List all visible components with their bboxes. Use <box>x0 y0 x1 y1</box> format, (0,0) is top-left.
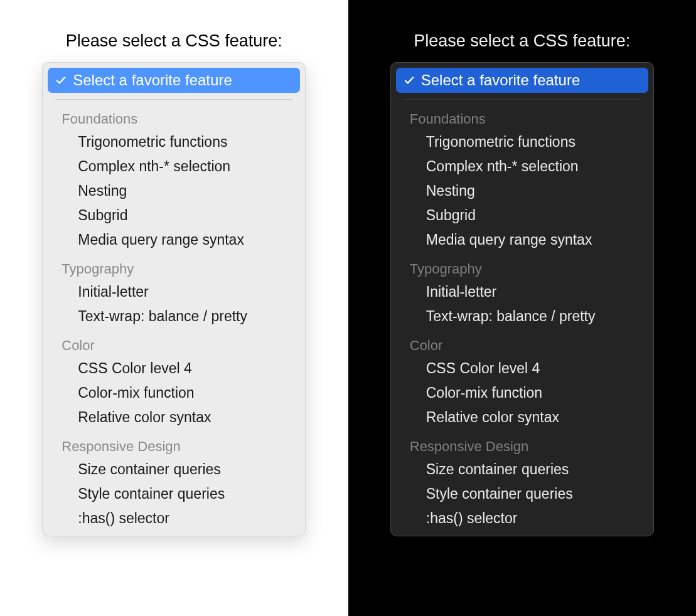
select-listbox[interactable]: Select a favorite feature FoundationsTri… <box>42 62 306 536</box>
option-groups: FoundationsTrigonometric functionsComple… <box>48 102 300 531</box>
select-option[interactable]: Media query range syntax <box>396 228 648 252</box>
selected-option[interactable]: Select a favorite feature <box>396 68 648 93</box>
check-icon <box>404 75 415 86</box>
select-option[interactable]: Trigonometric functions <box>396 130 648 154</box>
option-group-label: Responsive Design <box>396 430 648 457</box>
dark-mode-pane: Please select a CSS feature: Select a fa… <box>348 0 697 616</box>
select-option[interactable]: Initial-letter <box>48 280 300 304</box>
select-option[interactable]: Media query range syntax <box>48 228 300 252</box>
select-option[interactable]: Style container queries <box>48 482 300 506</box>
select-option[interactable]: Subgrid <box>396 203 648 228</box>
option-group-label: Foundations <box>48 102 300 130</box>
select-option[interactable]: :has() selector <box>396 506 648 531</box>
select-option[interactable]: Text-wrap: balance / pretty <box>396 304 648 329</box>
select-option[interactable]: Subgrid <box>48 203 300 228</box>
select-option[interactable]: Complex nth-* selection <box>396 154 648 179</box>
select-option[interactable]: Color-mix function <box>396 381 648 405</box>
option-group-label: Typography <box>396 252 648 280</box>
divider <box>55 99 292 100</box>
select-option[interactable]: CSS Color level 4 <box>396 356 648 381</box>
divider <box>404 99 641 100</box>
select-option[interactable]: :has() selector <box>48 506 300 531</box>
select-option[interactable]: Relative color syntax <box>48 405 300 430</box>
selected-option[interactable]: Select a favorite feature <box>48 68 300 93</box>
selected-option-label: Select a favorite feature <box>421 72 580 89</box>
select-option[interactable]: Trigonometric functions <box>48 130 300 154</box>
light-mode-pane: Please select a CSS feature: Select a fa… <box>0 0 348 616</box>
check-icon <box>55 75 67 86</box>
select-option[interactable]: Relative color syntax <box>396 405 648 430</box>
select-option[interactable]: CSS Color level 4 <box>48 356 300 381</box>
select-option[interactable]: Complex nth-* selection <box>48 154 300 179</box>
select-option[interactable]: Size container queries <box>396 457 648 482</box>
select-option[interactable]: Style container queries <box>396 482 648 506</box>
select-option[interactable]: Initial-letter <box>396 280 648 304</box>
select-option[interactable]: Size container queries <box>48 457 300 482</box>
option-group-label: Typography <box>48 252 300 280</box>
prompt-label: Please select a CSS feature: <box>414 31 630 51</box>
select-listbox[interactable]: Select a favorite feature FoundationsTri… <box>390 62 654 536</box>
option-group-label: Responsive Design <box>48 430 300 457</box>
select-option[interactable]: Nesting <box>48 179 300 203</box>
prompt-label: Please select a CSS feature: <box>66 31 282 51</box>
option-group-label: Color <box>48 329 300 356</box>
select-option[interactable]: Nesting <box>396 179 648 203</box>
option-group-label: Color <box>396 329 648 356</box>
option-group-label: Foundations <box>396 102 648 130</box>
select-option[interactable]: Text-wrap: balance / pretty <box>48 304 300 329</box>
selected-option-label: Select a favorite feature <box>73 72 232 89</box>
option-groups: FoundationsTrigonometric functionsComple… <box>396 102 648 531</box>
select-option[interactable]: Color-mix function <box>48 381 300 405</box>
